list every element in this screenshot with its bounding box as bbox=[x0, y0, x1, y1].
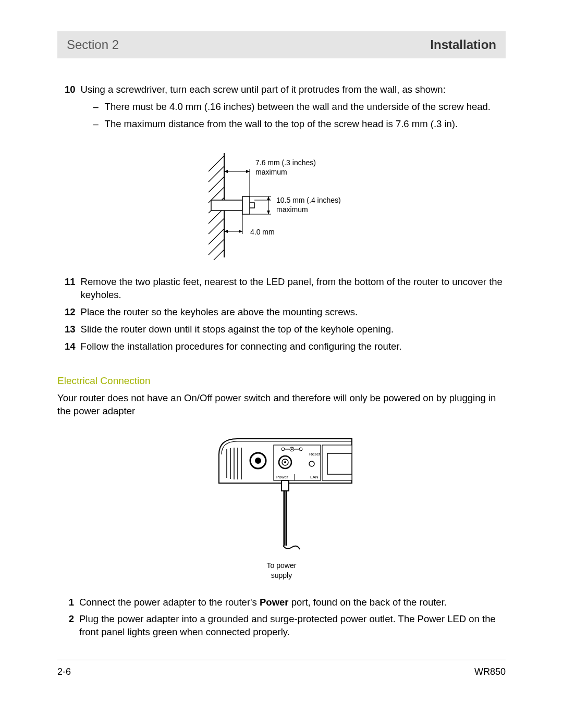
svg-line-9 bbox=[209, 239, 224, 255]
step-number: 1 bbox=[65, 596, 79, 609]
dash: – bbox=[93, 118, 105, 131]
svg-line-3 bbox=[209, 177, 224, 192]
power-label: Power bbox=[276, 475, 288, 479]
router-power-diagram: Reset Power LAN To power supply bbox=[57, 434, 506, 581]
step-12: 12 Place the router so the keyholes are … bbox=[65, 306, 506, 319]
page-footer: 2-6 WR850 bbox=[57, 660, 506, 678]
sub-item: – There must be 4.0 mm (.16 inches) betw… bbox=[93, 101, 506, 114]
step-text: Connect the power adapter to the router'… bbox=[79, 596, 506, 609]
sub-item: – The maximum distance from the wall to … bbox=[93, 118, 506, 131]
sub-text: There must be 4.0 mm (.16 inches) betwee… bbox=[105, 101, 491, 114]
fig1-label-bot: 4.0 mm bbox=[250, 227, 302, 237]
svg-rect-50 bbox=[282, 480, 289, 491]
step-14: 14 Follow the installation procedures fo… bbox=[65, 340, 506, 353]
step-number: 11 bbox=[65, 276, 81, 302]
text-pre: Connect the power adapter to the router'… bbox=[79, 597, 260, 608]
electrical-para: Your router does not have an On/Off powe… bbox=[57, 392, 506, 418]
text-post: port, found on the back of the router. bbox=[289, 597, 447, 608]
page-header: Section 2 Installation bbox=[57, 31, 506, 58]
page-number: 2-6 bbox=[57, 665, 71, 678]
sublist: – There must be 4.0 mm (.16 inches) betw… bbox=[93, 101, 506, 131]
fig2-caption-line2: supply bbox=[267, 571, 297, 581]
sub-text: The maximum distance from the wall to th… bbox=[105, 118, 458, 131]
dash: – bbox=[93, 101, 105, 114]
svg-point-39 bbox=[291, 448, 293, 450]
step-11: 11 Remove the two plastic feet, nearest … bbox=[65, 276, 506, 302]
svg-rect-12 bbox=[242, 196, 250, 214]
model-number: WR850 bbox=[474, 665, 506, 678]
step-text: Slide the router down until it stops aga… bbox=[81, 323, 506, 336]
svg-marker-27 bbox=[224, 230, 228, 233]
lan-label: LAN bbox=[310, 475, 319, 479]
svg-marker-16 bbox=[224, 170, 228, 173]
svg-marker-28 bbox=[239, 230, 242, 233]
svg-line-1 bbox=[209, 156, 224, 171]
step-text: Using a screwdriver, turn each screw unt… bbox=[81, 83, 506, 135]
svg-point-35 bbox=[255, 458, 261, 464]
svg-rect-11 bbox=[211, 200, 242, 211]
step-text-content: Using a screwdriver, turn each screw unt… bbox=[81, 84, 446, 95]
step-text: Place the router so the keyholes are abo… bbox=[81, 306, 506, 319]
step-10: 10 Using a screwdriver, turn each screw … bbox=[65, 83, 506, 135]
step-number: 10 bbox=[65, 83, 81, 135]
step-text: Remove the two plastic feet, nearest to … bbox=[81, 276, 506, 302]
svg-line-2 bbox=[209, 166, 224, 182]
fig1-label-mid: 10.5 mm (.4 inches) maximum bbox=[276, 195, 360, 214]
fig1-label-top: 7.6 mm (.3 inches) maximum bbox=[255, 158, 334, 177]
step-number: 12 bbox=[65, 306, 81, 319]
svg-rect-49 bbox=[327, 453, 352, 474]
step-text: Plug the power adapter into a grounded a… bbox=[79, 613, 506, 639]
reset-label: Reset bbox=[309, 452, 321, 456]
electrical-connection-heading: Electrical Connection bbox=[57, 374, 506, 388]
text-bold: Power bbox=[260, 597, 289, 608]
fig2-caption-line1: To power bbox=[267, 561, 297, 571]
step-13: 13 Slide the router down until it stops … bbox=[65, 323, 506, 336]
screw-diagram: 7.6 mm (.3 inches) maximum 10.5 mm (.4 i… bbox=[57, 151, 506, 260]
step-text: Follow the installation procedures for c… bbox=[81, 340, 506, 353]
section-label: Section 2 bbox=[67, 36, 119, 53]
svg-line-10 bbox=[214, 250, 224, 260]
svg-marker-22 bbox=[267, 211, 270, 214]
page-title: Installation bbox=[430, 36, 496, 53]
elec-step-2: 2 Plug the power adapter into a grounded… bbox=[65, 613, 506, 639]
fig2-caption: To power supply bbox=[267, 561, 297, 581]
step-number: 2 bbox=[65, 613, 79, 639]
svg-marker-17 bbox=[246, 170, 250, 173]
elec-step-1: 1 Connect the power adapter to the route… bbox=[65, 596, 506, 609]
svg-line-8 bbox=[209, 229, 224, 244]
step-number: 13 bbox=[65, 323, 81, 336]
step-number: 14 bbox=[65, 340, 81, 353]
svg-line-7 bbox=[209, 218, 224, 234]
svg-point-45 bbox=[284, 461, 286, 463]
svg-marker-21 bbox=[267, 196, 270, 200]
